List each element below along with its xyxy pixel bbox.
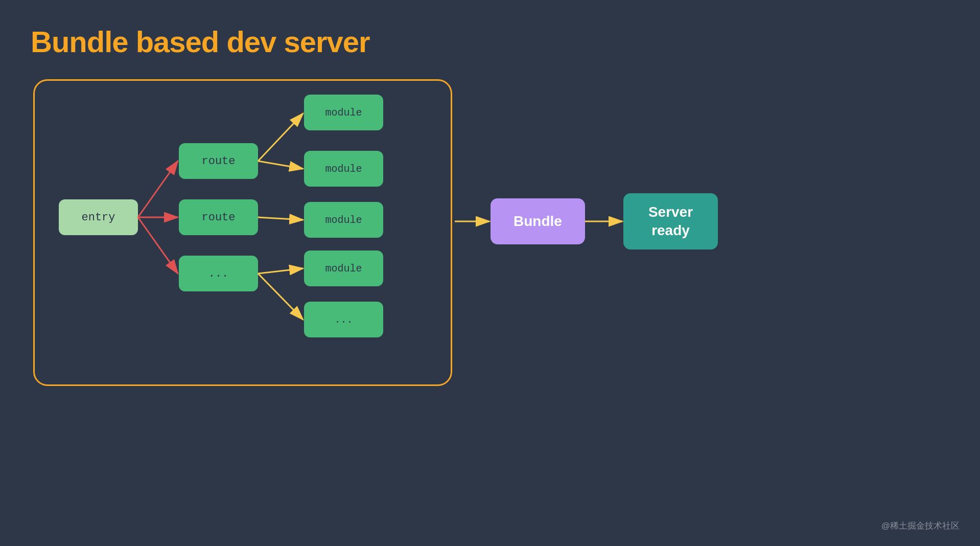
watermark: @稀土掘金技术社区 [881,520,960,532]
node-module2: module [304,151,383,187]
page-title: Bundle based dev server [31,25,370,59]
node-dots-module: ... [304,302,383,337]
node-module1: module [304,95,383,130]
node-route2: route [179,199,258,235]
node-dots-route: ... [179,256,258,291]
node-server-ready: Serverready [623,193,718,249]
node-bundle: Bundle [491,198,585,244]
node-module3: module [304,202,383,238]
server-ready-text: Serverready [648,203,693,240]
node-entry: entry [59,199,138,235]
node-route1: route [179,143,258,179]
node-module4: module [304,251,383,286]
